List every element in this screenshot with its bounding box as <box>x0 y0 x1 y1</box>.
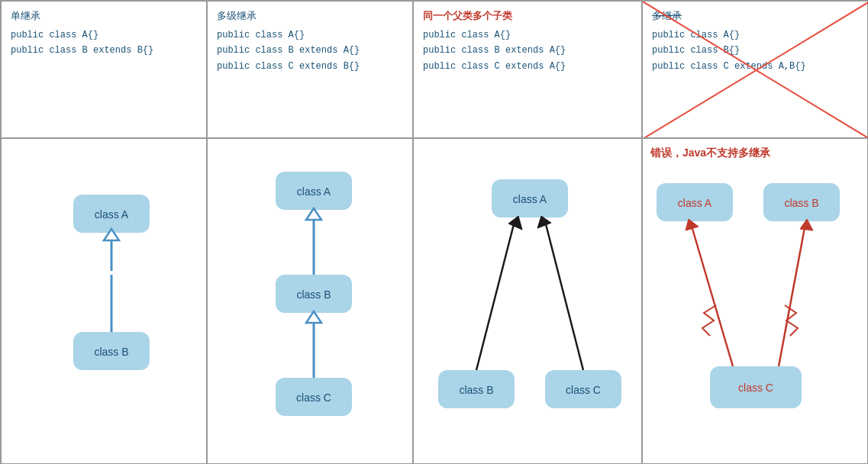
svg-text:class A: class A <box>297 185 331 198</box>
multi-level-code: public class A{} public class B extends … <box>217 27 403 74</box>
multiple-inherit-code: public class A{} public class B{} public… <box>652 27 859 74</box>
multi-level-diagram: class A class B class C <box>207 138 413 464</box>
svg-text:class A: class A <box>678 197 712 209</box>
svg-text:class C: class C <box>738 382 773 394</box>
svg-marker-24 <box>537 216 551 228</box>
svg-line-35 <box>691 224 733 366</box>
svg-text:class B: class B <box>296 288 331 301</box>
single-inherit-title: 单继承 <box>11 9 197 23</box>
svg-text:class C: class C <box>296 392 331 404</box>
multiple-inherit-title: 多继承 <box>652 9 859 23</box>
same-parent-svg: class A class B class C <box>423 156 632 446</box>
svg-line-23 <box>545 221 583 370</box>
svg-text:class A: class A <box>513 193 547 205</box>
svg-marker-12 <box>306 208 321 220</box>
svg-text:class B: class B <box>784 197 818 209</box>
multiple-inherit-diagram: 错误，Java不支持多继承 class A class B class C <box>642 138 868 464</box>
main-grid: 单继承 public class A{} public class B exte… <box>0 0 868 464</box>
multi-level-svg: class A class B class C <box>234 156 386 446</box>
svg-line-21 <box>476 221 515 370</box>
single-inherit-code: public class A{} public class B extends … <box>11 27 197 59</box>
svg-marker-22 <box>508 216 522 230</box>
multiple-inherit-svg: class A class B class C <box>649 168 863 450</box>
multi-level-title: 多级继承 <box>217 9 403 23</box>
single-inherit-text: 单继承 public class A{} public class B exte… <box>1 1 207 138</box>
svg-text:class A: class A <box>95 208 129 221</box>
svg-text:class B: class B <box>459 384 493 396</box>
single-inherit-diagram: class A class B <box>1 138 207 464</box>
same-parent-diagram: class A class B class C <box>413 138 642 464</box>
error-label: 错误，Java不支持多继承 <box>650 147 770 160</box>
svg-text:class B: class B <box>94 346 128 358</box>
multiple-inherit-text: 多继承 public class A{} public class B{} pu… <box>642 1 868 138</box>
svg-line-37 <box>779 224 805 366</box>
svg-text:class C: class C <box>566 384 601 396</box>
single-inherit-svg: class A class B <box>35 164 173 439</box>
multi-level-text: 多级继承 public class A{} public class B ext… <box>207 1 413 138</box>
same-parent-text: 同一个父类多个子类 public class A{} public class … <box>413 1 642 138</box>
same-parent-title: 同一个父类多个子类 <box>423 9 632 23</box>
svg-marker-16 <box>306 311 321 323</box>
same-parent-code: public class A{} public class B extends … <box>423 27 632 74</box>
